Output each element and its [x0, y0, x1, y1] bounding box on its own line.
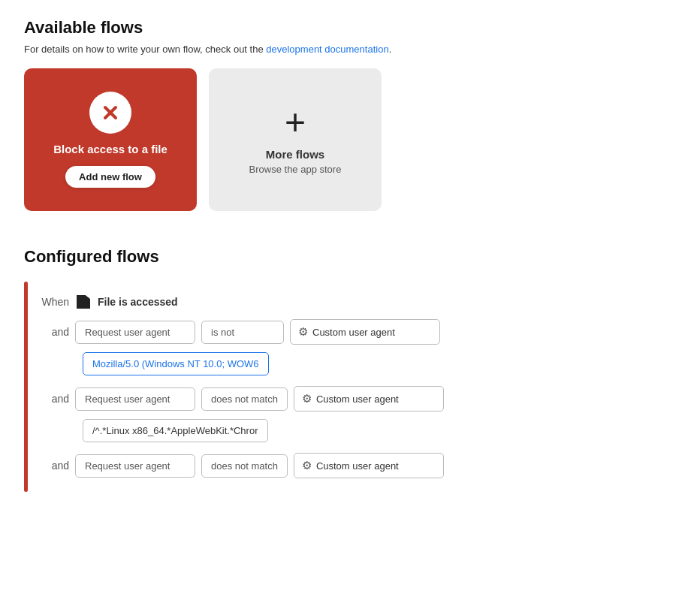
add-new-flow-button[interactable]: Add new flow [65, 166, 155, 188]
dev-docs-link[interactable]: development documentation [266, 44, 388, 55]
configured-flows-container: When File is accessed and Request user a… [24, 282, 676, 492]
and-label-2: and [38, 393, 69, 405]
condition-group-2: and Request user agent does not match ⚙ … [38, 386, 676, 450]
red-accent-bar [24, 282, 28, 492]
when-row: When File is accessed [38, 295, 676, 309]
and-label-3: and [38, 460, 69, 472]
and-label-1: and [38, 326, 69, 338]
value-box-1[interactable]: ⚙ Custom user agent [290, 319, 440, 345]
value-box-2[interactable]: ⚙ Custom user agent [294, 386, 444, 412]
field-box-3[interactable]: Request user agent [75, 454, 195, 478]
gear-icon-3: ⚙ [302, 459, 312, 472]
when-trigger: File is accessed [77, 295, 178, 309]
condition-row-1: and Request user agent is not ⚙ Custom u… [38, 319, 676, 345]
value-text-3: Custom user agent [316, 460, 399, 472]
field-box-1[interactable]: Request user agent [75, 321, 195, 344]
more-flows-icon: + [285, 104, 306, 140]
condition-group-1: and Request user agent is not ⚙ Custom u… [38, 319, 676, 383]
flows-grid: Block access to a file Add new flow + Mo… [24, 68, 676, 211]
block-access-title: Block access to a file [53, 143, 167, 155]
flow-card-more-flows[interactable]: + More flows Browse the app store [209, 68, 382, 211]
field-box-2[interactable]: Request user agent [75, 387, 195, 411]
more-flows-subtitle: Browse the app store [249, 164, 342, 175]
sub-value-box-1[interactable]: Mozilla/5.0 (Windows NT 10.0; WOW6 [83, 352, 269, 375]
value-text-1: Custom user agent [312, 327, 395, 338]
more-flows-title: More flows [266, 148, 324, 161]
gear-icon-1: ⚙ [298, 325, 308, 339]
configured-flows-title: Configured flows [24, 247, 676, 267]
flow-rules: When File is accessed and Request user a… [38, 282, 676, 492]
condition-row-3: and Request user agent does not match ⚙ … [38, 453, 676, 478]
available-flows-title: Available flows [24, 18, 676, 38]
block-access-icon [89, 92, 131, 134]
when-label: When [38, 296, 69, 308]
operator-box-1[interactable]: is not [201, 321, 284, 344]
value-box-3[interactable]: ⚙ Custom user agent [294, 453, 444, 478]
sub-value-box-2[interactable]: /^.*Linux x86_64.*AppleWebKit.*Chror [83, 419, 268, 442]
condition-row-2: and Request user agent does not match ⚙ … [38, 386, 676, 412]
folder-icon [77, 295, 90, 309]
value-text-2: Custom user agent [316, 393, 399, 405]
operator-box-3[interactable]: does not match [201, 454, 288, 478]
available-flows-description: For details on how to write your own flo… [24, 44, 676, 55]
condition-group-3: and Request user agent does not match ⚙ … [38, 453, 676, 478]
flow-card-block-access[interactable]: Block access to a file Add new flow [24, 68, 197, 211]
gear-icon-2: ⚙ [302, 392, 312, 405]
operator-box-2[interactable]: does not match [201, 387, 288, 411]
trigger-text: File is accessed [98, 296, 178, 308]
